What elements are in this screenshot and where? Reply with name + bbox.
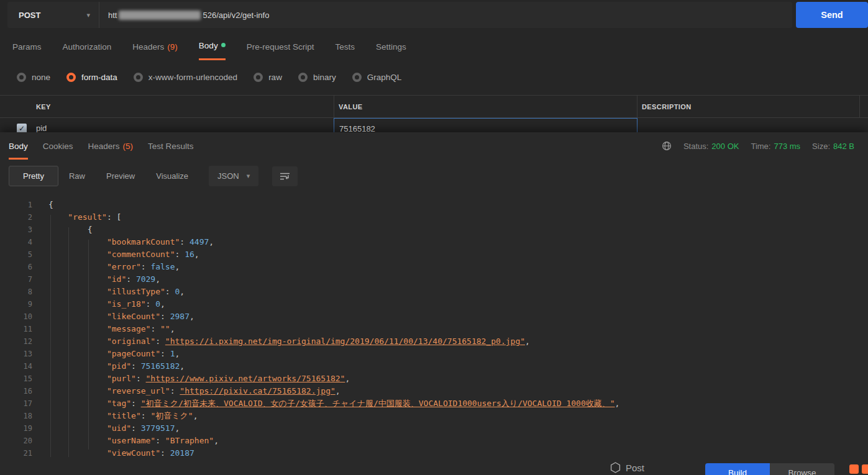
wrap-text-button[interactable]	[272, 166, 298, 186]
column-divider	[334, 96, 334, 117]
tab-authorization[interactable]: Authorization	[63, 41, 112, 60]
radio-icon	[134, 73, 143, 82]
code-line: 16 "reverse_url": "https://pixiv.cat/751…	[0, 385, 868, 397]
code-line: 11 "message": "",	[0, 323, 868, 335]
tab-label: Headers	[132, 42, 164, 52]
tab-count: (9)	[167, 42, 178, 52]
body-mode-binary[interactable]: binary	[298, 73, 336, 82]
code-line: 4 "bookmarkCount": 4497,	[0, 236, 868, 248]
radio-icon	[352, 73, 362, 82]
line-number: 5	[0, 248, 34, 261]
code-text: "tag": "初音ミク/初音未来、VOCALOID、女の子/女孩子、チャイナ服…	[34, 397, 619, 410]
response-tab-headers[interactable]: Headers(5)	[88, 132, 134, 160]
column-header-value: VALUE	[339, 103, 362, 111]
radio-icon	[298, 73, 308, 82]
line-number: 12	[0, 335, 34, 348]
size-label: Size:	[812, 142, 830, 151]
code-text: {	[34, 224, 92, 236]
time-value: 773 ms	[774, 142, 800, 151]
browse-button[interactable]: Browse	[770, 463, 834, 475]
code-text: {	[34, 199, 53, 211]
code-text: "userName": "BTraphen",	[34, 435, 219, 447]
line-number: 13	[0, 348, 34, 360]
format-select[interactable]: JSON ▾	[209, 166, 258, 186]
body-mode-row: none form-data x-www-form-urlencoded raw…	[17, 73, 401, 82]
hexagon-icon	[610, 462, 621, 473]
code-text: "likeCount": 2987,	[34, 310, 194, 323]
line-number: 16	[0, 385, 34, 397]
line-number: 14	[0, 360, 34, 373]
tab-params[interactable]: Params	[12, 41, 42, 60]
line-number: 20	[0, 435, 34, 447]
line-number: 15	[0, 373, 34, 385]
response-body-json[interactable]: 1{2 "result": [3 {4 "bookmarkCount": 449…	[0, 197, 868, 475]
body-mode-none[interactable]: none	[17, 73, 50, 82]
tab-label: Body	[9, 142, 28, 151]
build-button[interactable]: Build	[705, 463, 770, 475]
mode-label: form-data	[81, 73, 117, 82]
chevron-down-icon: ▾	[247, 172, 250, 180]
body-mode-x-www-form-urlencoded[interactable]: x-www-form-urlencoded	[134, 73, 237, 82]
body-mode-form-data[interactable]: form-data	[66, 73, 117, 82]
code-text: "original": "https://i.pximg.net/img-ori…	[34, 335, 530, 348]
code-text: "id": 7029,	[34, 273, 160, 286]
code-text: "message": "",	[34, 323, 175, 335]
response-tab-body[interactable]: Body	[9, 132, 28, 160]
key-cell[interactable]: pid	[36, 124, 47, 133]
tab-body[interactable]: Body	[199, 41, 226, 60]
line-number: 3	[0, 224, 34, 236]
code-line: 13 "pageCount": 1,	[0, 348, 868, 360]
column-header-key: KEY	[36, 103, 51, 111]
tab-label: Params	[12, 42, 42, 52]
size-badge: Size: 842 B	[812, 142, 854, 151]
table-header-row: KEY VALUE DESCRIPTION	[0, 95, 868, 118]
method-select[interactable]: POST ▾	[7, 2, 99, 28]
status-value: 200 OK	[711, 142, 739, 151]
tab-tests[interactable]: Tests	[335, 41, 355, 60]
radio-icon	[254, 73, 263, 82]
status-badge: Status: 200 OK	[683, 142, 739, 151]
code-line: 6 "error": false,	[0, 261, 868, 273]
tab-label: Test Results	[148, 142, 194, 151]
line-number: 17	[0, 397, 34, 410]
body-mode-raw[interactable]: raw	[254, 73, 282, 82]
view-tab-preview[interactable]: Preview	[96, 166, 145, 186]
size-value: 842 B	[833, 142, 854, 151]
tab-label: Body	[199, 41, 218, 50]
redacted-url-segment	[119, 11, 201, 20]
code-line: 14 "pid": 75165182,	[0, 360, 868, 373]
send-button[interactable]: Send	[796, 2, 868, 28]
response-meta: Status: 200 OK Time: 773 ms Size: 842 B	[662, 132, 854, 160]
code-line: 10 "likeCount": 2987,	[0, 310, 868, 323]
code-text: "pageCount": 1,	[34, 348, 180, 360]
orange-tool-icon[interactable]	[862, 464, 868, 474]
indent-guide	[68, 227, 69, 457]
tab-label: Headers	[88, 142, 120, 151]
view-tab-pretty[interactable]: Pretty	[9, 166, 58, 186]
format-label: JSON	[217, 171, 239, 181]
body-mode-graphql[interactable]: GraphQL	[352, 73, 402, 82]
code-text: "result": [	[34, 211, 121, 224]
globe-icon[interactable]	[662, 141, 672, 151]
tab-headers[interactable]: Headers(9)	[132, 41, 178, 60]
line-number: 11	[0, 323, 34, 335]
response-tab-cookies[interactable]: Cookies	[43, 132, 73, 160]
mode-label: x-www-form-urlencoded	[148, 73, 237, 82]
view-tab-visualize[interactable]: Visualize	[145, 166, 199, 186]
request-tabs: Params Authorization Headers(9) Body Pre…	[12, 41, 406, 60]
view-tab-raw[interactable]: Raw	[58, 166, 96, 186]
line-number: 6	[0, 261, 34, 273]
mode-label: none	[32, 73, 50, 82]
tab-settings[interactable]: Settings	[376, 41, 406, 60]
tab-pre-request-script[interactable]: Pre-request Script	[247, 41, 314, 60]
indent-guide	[88, 240, 89, 450]
url-input[interactable]: htt 526/api/v2/get-info	[99, 11, 792, 20]
code-line: 12 "original": "https://i.pximg.net/img-…	[0, 335, 868, 348]
response-tab-test-results[interactable]: Test Results	[148, 132, 194, 160]
code-line: 8 "illustType": 0,	[0, 286, 868, 298]
line-number: 2	[0, 211, 34, 224]
line-number: 1	[0, 199, 34, 211]
orange-tool-icon[interactable]	[849, 464, 859, 474]
code-text: "title": "初音ミク",	[34, 410, 198, 422]
code-line: 1{	[0, 199, 868, 211]
